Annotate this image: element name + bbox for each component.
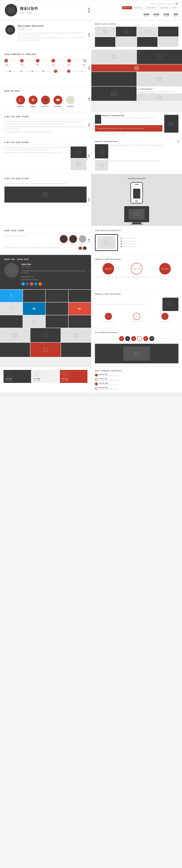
- cover-section: + 商业计划书 汇报人：不想听: [0, 0, 91, 20]
- twitter-cell[interactable]: 𝕋: [0, 290, 23, 302]
- price-1: $109 Price 01: [144, 13, 149, 17]
- meet-clients-heading: MEET OUR CLIENTS: [95, 23, 178, 25]
- portfolio-right-2: +SINGLE PROJECT Project description text…: [92, 87, 182, 112]
- john-avatar: [4, 263, 19, 277]
- svg-rect-40: [43, 334, 47, 337]
- project-desc-heading: PROJECT DESCRIPTION: [102, 115, 156, 117]
- meet-clients-section: MEET OUR CLIENTS: [92, 21, 182, 50]
- services-top-section: OUR COMMON SERVICES Basic Price Special …: [92, 0, 182, 20]
- gallery-cell-5: [30, 343, 61, 357]
- timeline-item: 2013 New Office: [50, 64, 57, 67]
- google-cell[interactable]: G+: [69, 303, 91, 315]
- price-3: $199 Price 03: [163, 13, 169, 17]
- svg-rect-20: [169, 122, 173, 125]
- tab-special[interactable]: Special Price: [133, 6, 144, 9]
- tab-second[interactable]: Second Option: [145, 6, 157, 9]
- timeline-item: 2011 First Client: [20, 64, 25, 67]
- svg-rect-42: [43, 348, 47, 351]
- single-project-section: PROJECT DESCRIPTION Detailed description…: [92, 112, 182, 137]
- dark-cell-3: [69, 290, 91, 302]
- title-1: Your Title: [5, 378, 29, 379]
- story1-section: A BIT OF OUR STORY This is placeholder t…: [0, 112, 91, 137]
- project-desc2-section: + PROJECT DESCRIPTION Additional project…: [92, 138, 182, 174]
- portfolio-section: [92, 50, 182, 86]
- svg-rect-41: [74, 334, 78, 337]
- linkedin-cell[interactable]: in: [23, 303, 45, 315]
- svg-rect-26: [100, 164, 103, 166]
- svg-rect-36: [78, 320, 81, 322]
- cover-title: 商业计划书: [20, 6, 38, 11]
- nav-dots-john: [88, 271, 89, 273]
- iphone-mockup-section: IPHONE MOCKUP: [92, 174, 182, 226]
- subtitle-3: Your Subtitle: [62, 380, 86, 381]
- services-bottom-heading: OUR COMMON SERVICES: [95, 370, 178, 372]
- tab-basic[interactable]: Basic Price: [122, 6, 132, 9]
- cover-logo-circle: +: [5, 4, 17, 17]
- story2-section: A BIT OF OUR STORY This is placeholder t…: [0, 138, 91, 174]
- svg-rect-33: [55, 294, 59, 297]
- value-item-5: ⭐ Innovation Brief description: [65, 96, 76, 108]
- services-bottom-section: OUR COMMON SERVICES Service One Brief de…: [92, 367, 182, 393]
- tab-option[interactable]: Option: [171, 6, 178, 9]
- cover-subtitle: 汇报人：不想听: [20, 12, 38, 14]
- title-cell-dark: Your Title Your Subtitle: [4, 370, 31, 383]
- value-item-2: 🏛 Integrity Brief description: [28, 96, 38, 108]
- values-heading: OUR VALUES: [4, 90, 86, 92]
- phone-frame: [131, 182, 143, 204]
- svg-rect-19: [96, 118, 100, 120]
- client-cell: [137, 27, 157, 36]
- timeline-icon-3: ★: [36, 59, 39, 62]
- six-step-2: 02: [125, 336, 130, 341]
- tab-special-opt[interactable]: Special Option: [158, 6, 170, 9]
- gallery-cell-3: [61, 328, 91, 342]
- gallery-cell-6: [61, 343, 91, 357]
- titles-section: Your Title Your Subtitle Your Title Your…: [0, 367, 91, 393]
- svg-rect-14: [157, 78, 161, 81]
- svg-rect-10: [112, 56, 116, 58]
- svg-rect-9: [167, 30, 170, 33]
- john-heading: MEET MR. JOHN DOE: [4, 258, 86, 260]
- welcome-heading: WELCOME MESSAGE: [18, 25, 86, 27]
- dark-cell-1: [23, 290, 45, 302]
- svg-rect-32: [10, 269, 13, 272]
- story2-body2: Additional text goes here to fill out th…: [4, 152, 69, 154]
- steps1-section: THREE STEPS DIAGRAM Step One Description…: [92, 255, 182, 289]
- title-3: Your Title: [62, 378, 86, 379]
- svg-rect-31: [105, 241, 108, 244]
- timeline-item: 2010 Founded: [4, 64, 10, 67]
- title-cell-light: Your Title Your Subtitle: [32, 370, 59, 383]
- svg-rect-12: [157, 56, 161, 58]
- cover-img-placeholder: [7, 7, 14, 13]
- timeline-item: 2012 Expanded: [34, 64, 41, 67]
- social-grid-section: 𝕋 in G+: [0, 290, 91, 328]
- timeline-heading: OUR COMPANY'S TIMELINE: [4, 53, 86, 55]
- light-cell-2: [23, 315, 45, 328]
- dark-cell-7: [69, 315, 91, 328]
- story2-body: This is placeholder text for the story s…: [4, 147, 69, 151]
- nav-dots-story1: [88, 124, 89, 126]
- welcome-subheading: Your Name / Your Title: [18, 29, 86, 31]
- ipad-heading: iPAD MOCKUP PROJECT: [95, 230, 178, 231]
- timeline-icon-4: ●: [51, 59, 55, 62]
- dark-cell-6: [46, 315, 68, 328]
- timeline-item: 2015 Global: [81, 64, 86, 67]
- story1-body2: Additional text goes here to fill out th…: [4, 126, 86, 130]
- timeline-item: 2014 Award: [66, 64, 72, 67]
- six-step-6: 06: [149, 336, 154, 341]
- subtitle-1: Your Subtitle: [5, 380, 29, 381]
- value-item-1: 🎒 Education Brief description: [15, 96, 26, 108]
- step-3: Step Three Description for step three go…: [152, 263, 178, 280]
- gallery-cell-2: [30, 328, 61, 342]
- plus-icon-desc2: +: [177, 140, 179, 144]
- client-cell: [158, 27, 178, 36]
- project-desc2-heading: PROJECT DESCRIPTION: [95, 141, 178, 143]
- team-member-1: Member 1: [60, 235, 68, 245]
- svg-rect-45: [7, 373, 10, 375]
- project-quote: "We are what we repeatedly do. Excellenc…: [95, 125, 162, 131]
- team-heading: MEET OUR TEAM: [4, 230, 86, 231]
- linkedin-icon: in: [34, 282, 38, 286]
- step2-1: 01 Step description here: [95, 313, 122, 322]
- svg-rect-8: [146, 30, 149, 33]
- ipad-section: iPAD MOCKUP PROJECT Feature One descript…: [92, 226, 182, 254]
- six-step-5: 05: [143, 336, 148, 341]
